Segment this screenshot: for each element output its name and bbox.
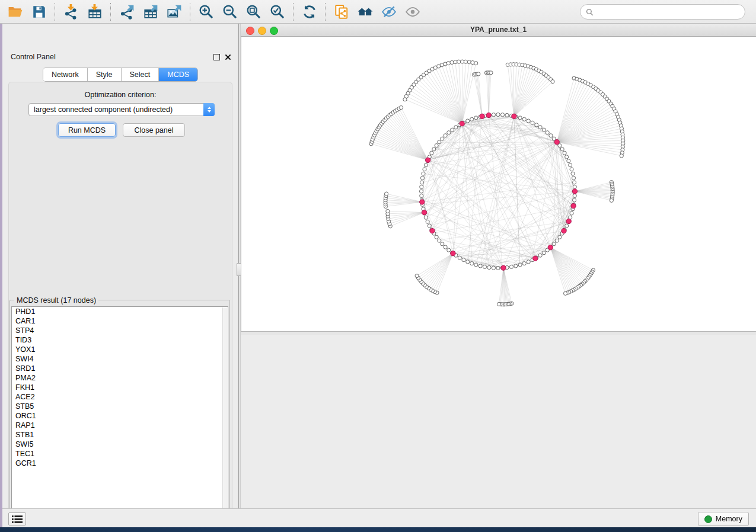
criterion-dropdown-value: largest connected component (undirected) — [29, 105, 203, 114]
memory-label: Memory — [716, 515, 742, 523]
memory-button[interactable]: Memory — [698, 512, 749, 526]
mcds-result-item[interactable]: STB5 — [12, 402, 228, 411]
toolbar-refresh-button[interactable] — [298, 2, 321, 22]
network-graph — [241, 37, 755, 330]
mcds-result-list[interactable]: PHD1CAR1STP4TID3YOX1SWI4SRD1PMA2FKH1ACE2… — [11, 306, 228, 518]
zoom-out-icon — [222, 4, 238, 20]
memory-status-icon — [704, 515, 712, 523]
mcds-result-item[interactable]: SWI5 — [12, 440, 228, 449]
desktop-background — [0, 527, 756, 532]
toolbar-import-network-button[interactable] — [59, 2, 83, 22]
mcds-result-item[interactable]: TID3 — [12, 335, 228, 345]
toolbar-export-network-button[interactable] — [115, 2, 139, 22]
mcds-result-item[interactable]: STP4 — [12, 326, 228, 335]
home-neighbors-icon — [358, 4, 373, 20]
run-mcds-button[interactable]: Run MCDS — [58, 123, 116, 137]
save-icon — [31, 4, 47, 20]
mcds-list-scrollbar[interactable] — [222, 307, 227, 518]
application-window: Control Panel NetworkStyleSelectMCDS Opt… — [0, 0, 756, 532]
list-icon — [12, 515, 23, 523]
zoom-selected-icon — [270, 4, 285, 20]
zoom-fit-icon — [246, 4, 261, 20]
toolbar-home-neighbors-button[interactable] — [353, 2, 377, 22]
criterion-dropdown[interactable]: largest connected component (undirected) — [28, 103, 215, 116]
tab-mcds[interactable]: MCDS — [159, 68, 197, 81]
import-network-icon — [63, 4, 79, 20]
tab-style[interactable]: Style — [88, 68, 122, 81]
export-table-icon — [143, 4, 158, 20]
network-window-title: YPA_prune.txt_1 — [241, 25, 756, 34]
export-network-icon — [119, 4, 135, 20]
mcds-result-item[interactable]: RAP1 — [12, 421, 228, 430]
control-panel-title: Control Panel — [11, 53, 56, 61]
zoom-in-icon — [199, 4, 214, 20]
mcds-result-item[interactable]: FKH1 — [12, 383, 228, 392]
mcds-result-item[interactable]: STB1 — [12, 430, 228, 440]
control-panel-tabs: NetworkStyleSelectMCDS — [2, 68, 238, 82]
hide-eye-icon — [381, 4, 397, 20]
toolbar-separator — [325, 3, 326, 21]
toolbar-separator — [110, 3, 111, 21]
search-input[interactable] — [596, 6, 745, 18]
toolbar-clone-network-button[interactable] — [330, 2, 353, 22]
toolbar-zoom-in-button[interactable] — [194, 2, 218, 22]
status-bar: Memory — [2, 508, 756, 527]
refresh-icon — [302, 4, 317, 20]
control-panel: Control Panel NetworkStyleSelectMCDS Opt… — [2, 24, 238, 508]
task-history-button[interactable] — [8, 512, 26, 525]
mcds-result-item[interactable]: PMA2 — [12, 373, 228, 383]
close-panel-icon[interactable] — [225, 54, 231, 60]
search-icon — [586, 8, 594, 16]
toolbar-open-button[interactable] — [4, 2, 27, 22]
mcds-result-item[interactable]: GCR1 — [12, 459, 228, 468]
mcds-result-item[interactable]: SRD1 — [12, 364, 228, 373]
optimization-criterion-label: Optimization criterion: — [2, 91, 238, 99]
mcds-result-item[interactable]: YOX1 — [12, 345, 228, 354]
mcds-result-title: MCDS result (17 nodes) — [14, 296, 98, 305]
toolbar-zoom-fit-button[interactable] — [242, 2, 266, 22]
open-icon — [8, 4, 23, 20]
toolbar-import-table-button[interactable] — [83, 2, 107, 22]
toolbar-separator — [293, 3, 294, 21]
mcds-result-item[interactable]: ORC1 — [12, 411, 228, 421]
mcds-result-item[interactable]: PHD1 — [12, 307, 228, 316]
mcds-result-item[interactable]: SWI4 — [12, 354, 228, 364]
toolbar-hide-eye-button[interactable] — [377, 2, 401, 22]
toolbar-export-image-button[interactable] — [162, 2, 186, 22]
mcds-result-item[interactable]: TEC1 — [12, 449, 228, 459]
network-window-titlebar[interactable]: YPA_prune.txt_1 — [241, 24, 756, 37]
import-table-icon — [87, 4, 103, 20]
search-box[interactable] — [580, 4, 745, 20]
close-panel-button[interactable]: Close panel — [123, 123, 185, 137]
toolbar-separator — [190, 3, 191, 21]
toolbar-zoom-out-button[interactable] — [218, 2, 242, 22]
mcds-result-item[interactable]: ACE2 — [12, 392, 228, 402]
toolbar-zoom-selected-button[interactable] — [266, 2, 289, 22]
toolbar-show-eye-button[interactable] — [401, 2, 425, 22]
main-toolbar — [0, 0, 756, 24]
tab-network[interactable]: Network — [43, 68, 88, 81]
table-panel: Table Panel ⚙f(x) shared namenameMCDS ro… — [241, 335, 756, 508]
float-panel-icon[interactable] — [213, 54, 220, 60]
toolbar-separator — [55, 3, 56, 21]
dropdown-stepper-icon — [203, 103, 215, 116]
clone-network-icon — [334, 4, 349, 20]
toolbar-save-button[interactable] — [27, 2, 51, 22]
mcds-result-item[interactable]: CAR1 — [12, 316, 228, 326]
network-view-canvas[interactable] — [241, 37, 756, 331]
show-eye-icon — [405, 4, 420, 20]
tab-select[interactable]: Select — [122, 68, 160, 81]
export-image-icon — [167, 4, 182, 20]
toolbar-export-table-button[interactable] — [139, 2, 162, 22]
